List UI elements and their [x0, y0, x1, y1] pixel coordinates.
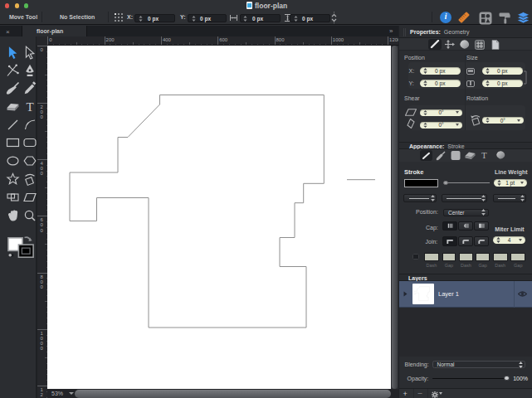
- svg-text:T: T: [26, 100, 33, 114]
